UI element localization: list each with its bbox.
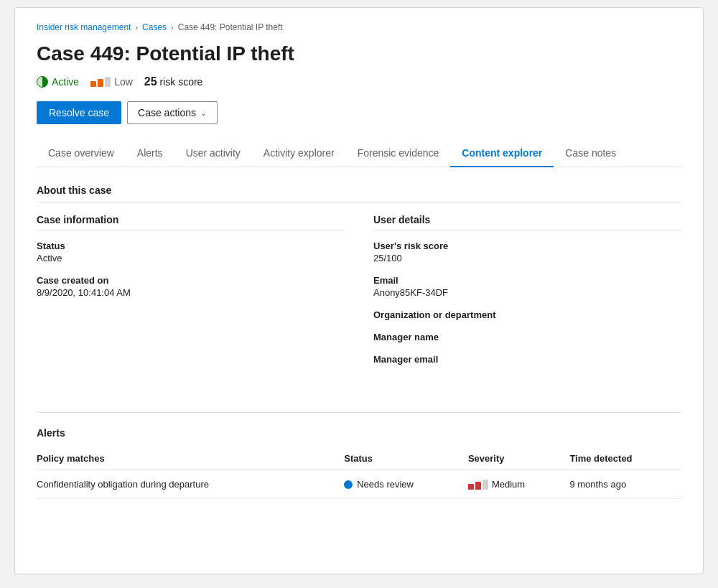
user-risk-score-value: 25/100 — [373, 253, 681, 263]
breadcrumb-link-cases[interactable]: Cases — [142, 22, 167, 32]
chevron-down-icon: ⌄ — [200, 108, 207, 118]
tab-case-overview[interactable]: Case overview — [37, 140, 126, 167]
manager-name-field: Manager name — [373, 332, 681, 342]
tab-alerts[interactable]: Alerts — [126, 140, 174, 167]
org-department-field: Organization or department — [373, 309, 681, 320]
status-field-value: Active — [37, 253, 345, 263]
col-severity: Severity — [468, 447, 569, 470]
alerts-table: Policy matches Status Severity Time dete… — [37, 447, 681, 499]
tab-nav: Case overview Alerts User activity Activ… — [37, 140, 681, 167]
manager-name-label: Manager name — [373, 332, 681, 342]
status-field: Status Active — [37, 241, 345, 263]
tab-case-notes[interactable]: Case notes — [554, 140, 628, 167]
alert-severity-value: Medium — [468, 470, 569, 499]
severity-bars — [468, 480, 488, 490]
user-risk-score-label: User's risk score — [373, 241, 681, 251]
sev-bar-1 — [468, 484, 474, 490]
user-details-title: User details — [373, 214, 681, 230]
tab-content-explorer[interactable]: Content explorer — [450, 140, 554, 167]
tab-user-activity[interactable]: User activity — [174, 140, 252, 167]
risk-bars — [90, 77, 111, 87]
col-policy-matches: Policy matches — [37, 447, 344, 470]
active-status-icon — [37, 76, 48, 88]
status-dot-icon — [344, 480, 353, 489]
risk-bar-2 — [98, 79, 103, 87]
case-actions-label: Case actions — [138, 107, 196, 118]
sev-bar-3 — [482, 480, 488, 490]
info-two-col: Case information Status Active Case crea… — [37, 214, 681, 391]
risk-score: 25 risk score — [144, 75, 203, 88]
risk-level-indicator: Low — [90, 76, 133, 88]
alerts-table-header: Policy matches Status Severity Time dete… — [37, 447, 681, 470]
risk-score-number: 25 — [144, 75, 157, 88]
case-info-section: Case information Status Active Case crea… — [37, 214, 345, 391]
table-row: Confidentiality obligation during depart… — [37, 470, 681, 499]
resolve-case-button[interactable]: Resolve case — [37, 101, 121, 124]
sev-bar-2 — [475, 482, 481, 490]
created-on-label: Case created on — [37, 275, 345, 286]
status-field-label: Status — [37, 241, 345, 251]
tab-forensic-evidence[interactable]: Forensic evidence — [346, 140, 451, 167]
risk-bar-1 — [90, 81, 96, 87]
policy-match-value: Confidentiality obligation during depart… — [37, 470, 344, 499]
manager-email-field: Manager email — [373, 354, 681, 365]
severity-label: Medium — [492, 479, 525, 490]
user-details-section: User details User's risk score 25/100 Em… — [373, 214, 681, 391]
org-department-label: Organization or department — [373, 309, 681, 320]
email-field: Email Anony85KF-34DF — [373, 275, 681, 298]
manager-email-label: Manager email — [373, 354, 681, 365]
alerts-divider — [37, 412, 681, 413]
risk-bar-3 — [105, 77, 111, 87]
action-bar: Resolve case Case actions ⌄ — [37, 101, 681, 124]
case-info-title: Case information — [37, 214, 345, 230]
case-actions-button[interactable]: Case actions ⌄ — [127, 101, 218, 124]
breadcrumb-sep-1: › — [135, 23, 138, 32]
alert-status-value: Needs review — [344, 470, 468, 499]
about-divider — [37, 202, 681, 202]
alerts-title: Alerts — [37, 427, 681, 439]
email-value: Anony85KF-34DF — [373, 287, 681, 298]
about-section-header: About this case — [37, 185, 681, 196]
status-label: Active — [52, 76, 79, 88]
breadcrumb: Insider risk management › Cases › Case 4… — [37, 22, 681, 32]
breadcrumb-current: Case 449: Potential IP theft — [178, 22, 283, 32]
col-time-detected: Time detected — [569, 447, 681, 470]
created-on-value: 8/9/2020, 10:41:04 AM — [37, 287, 345, 298]
email-label: Email — [373, 275, 681, 286]
tab-activity-explorer[interactable]: Activity explorer — [252, 140, 346, 167]
status-bar: Active Low 25 risk score — [37, 75, 681, 88]
breadcrumb-sep-2: › — [171, 23, 174, 32]
created-on-field: Case created on 8/9/2020, 10:41:04 AM — [37, 275, 345, 298]
alert-time-detected: 9 months ago — [569, 470, 681, 499]
alerts-section: Alerts Policy matches Status Severity Ti… — [37, 427, 681, 499]
main-window: Insider risk management › Cases › Case 4… — [14, 7, 704, 574]
risk-score-field: User's risk score 25/100 — [373, 241, 681, 263]
col-status: Status — [344, 447, 468, 470]
risk-level-label: Low — [114, 76, 133, 88]
page-title: Case 449: Potential IP theft — [37, 42, 681, 65]
breadcrumb-link-irm[interactable]: Insider risk management — [37, 22, 131, 32]
status-active-badge: Active — [37, 76, 79, 88]
risk-score-text: risk score — [160, 76, 203, 88]
alert-status-label: Needs review — [357, 479, 414, 490]
